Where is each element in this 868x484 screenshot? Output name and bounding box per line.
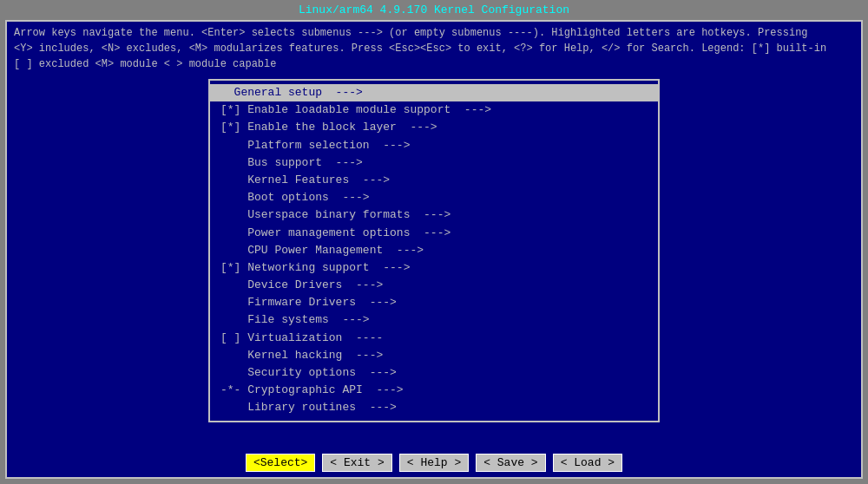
menu-item-general-setup[interactable]: General setup ---> — [210, 84, 658, 101]
load-button[interactable]: < Load > — [553, 454, 622, 472]
menu-item-virtualization[interactable]: [ ] Virtualization ---- — [210, 330, 658, 347]
help-line-3: [ ] excluded <M> module < > module capab… — [14, 56, 854, 72]
menu-item-platform-selection[interactable]: Platform selection ---> — [210, 137, 658, 154]
help-line-1: Arrow keys navigate the menu. <Enter> se… — [14, 25, 854, 41]
main-window: Arrow keys navigate the menu. <Enter> se… — [5, 20, 863, 479]
title-text: Linux/arm64 4.9.170 Kernel Configuration — [299, 3, 569, 16]
menu-item-enable-block-layer[interactable]: [*] Enable the block layer ---> — [210, 119, 658, 136]
menu-item-device-drivers[interactable]: Device Drivers ---> — [210, 277, 658, 294]
menu-item-loadable-module-support[interactable]: [*] Enable loadable module support ---> — [210, 101, 658, 119]
menu-item-kernel-features[interactable]: Kernel Features ---> — [210, 172, 658, 189]
title-bar: Linux/arm64 4.9.170 Kernel Configuration — [0, 0, 868, 18]
help-button[interactable]: < Help > — [399, 454, 469, 472]
select-button[interactable]: <Select> — [246, 454, 315, 472]
help-text: Arrow keys navigate the menu. <Enter> se… — [7, 22, 861, 75]
menu-item-file-systems[interactable]: File systems ---> — [210, 311, 658, 329]
menu-item-networking-support[interactable]: [*] Networking support ---> — [210, 259, 658, 277]
menu-item-power-management-options[interactable]: Power management options ---> — [210, 225, 658, 242]
menu-item-library-routines[interactable]: Library routines ---> — [210, 399, 658, 416]
save-button[interactable]: < Save > — [476, 454, 545, 472]
menu-item-firmware-drivers[interactable]: Firmware Drivers ---> — [210, 294, 658, 311]
menu-item-boot-options[interactable]: Boot options ---> — [210, 189, 658, 206]
menu-item-cpu-power-management[interactable]: CPU Power Management ---> — [210, 242, 658, 259]
menu-item-kernel-hacking[interactable]: Kernel hacking ---> — [210, 347, 658, 364]
menu-item-bus-support[interactable]: Bus support ---> — [210, 154, 658, 172]
menu-area: General setup --->[*] Enable loadable mo… — [7, 75, 861, 450]
menu-item-security-options[interactable]: Security options ---> — [210, 364, 658, 382]
exit-button[interactable]: < Exit > — [322, 454, 391, 472]
bottom-bar: <Select>< Exit >< Help >< Save >< Load > — [7, 450, 861, 477]
menu-item-userspace-binary-formats[interactable]: Userspace binary formats ---> — [210, 206, 658, 224]
menu-box: General setup --->[*] Enable loadable mo… — [208, 79, 660, 422]
menu-item-cryptographic-api[interactable]: -*- Cryptographic API ---> — [210, 382, 658, 399]
help-line-2: <Y> includes, <N> excludes, <M> modulari… — [14, 41, 854, 56]
